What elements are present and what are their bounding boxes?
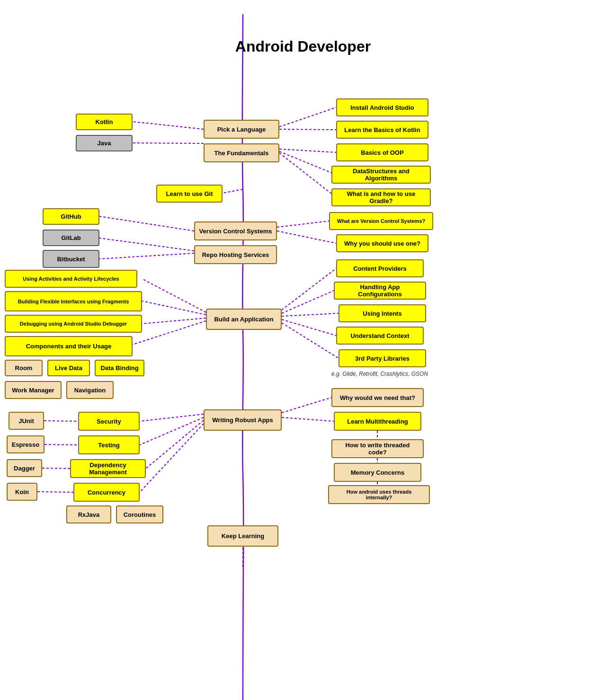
svg-line-10 xyxy=(277,221,329,227)
svg-line-27 xyxy=(282,417,334,421)
svg-line-11 xyxy=(277,231,336,243)
svg-line-13 xyxy=(142,279,206,312)
svg-line-1 xyxy=(133,143,204,143)
node-espresso: Espresso xyxy=(7,435,45,453)
svg-line-22 xyxy=(140,414,204,421)
svg-line-21 xyxy=(282,323,339,358)
node-what_vcs: What are Version Control Systems? xyxy=(329,212,433,230)
svg-line-15 xyxy=(142,318,206,324)
svg-line-16 xyxy=(133,321,206,345)
node-security: Security xyxy=(78,412,140,431)
svg-line-34 xyxy=(37,492,73,492)
node-bitbucket: Bitbucket xyxy=(43,250,99,268)
node-rxjava: RxJava xyxy=(66,505,111,523)
svg-line-26 xyxy=(282,398,331,413)
node-coroutines: Coroutines xyxy=(116,505,163,523)
node-third_party: 3rd Party Libraries xyxy=(339,349,426,367)
node-learn_git: Learn to use Git xyxy=(156,185,223,203)
node-dagger: Dagger xyxy=(7,459,42,477)
node-content_providers: Content Providers xyxy=(336,259,424,277)
svg-line-6 xyxy=(279,153,336,197)
svg-line-19 xyxy=(282,313,339,316)
svg-line-18 xyxy=(282,291,334,313)
node-gitlab: GitLab xyxy=(43,230,99,246)
node-concurrency: Concurrency xyxy=(73,483,140,502)
node-gradle: What is and how to use Gradle? xyxy=(331,188,431,206)
node-why_vcs: Why you should use one? xyxy=(336,234,428,252)
node-live_data: Live Data xyxy=(47,360,90,376)
node-dep_mgmt: Dependency Management xyxy=(70,459,146,478)
svg-line-0 xyxy=(133,122,204,129)
node-learn_kotlin: Learn the Basics of Kotlin xyxy=(336,121,428,139)
svg-line-24 xyxy=(146,420,204,469)
svg-line-8 xyxy=(99,238,194,251)
node-datastructures: DataStructures and Algorithms xyxy=(331,166,431,184)
node-the_fundamentals: The Fundamentals xyxy=(204,143,279,162)
node-android_threads: How android uses threads internally? xyxy=(328,485,430,504)
node-writing_robust: Writing Robust Apps xyxy=(204,409,282,431)
svg-line-3 xyxy=(279,129,336,130)
node-using_activities: Using Activities and Activity Lifecycles xyxy=(5,270,137,288)
svg-line-32 xyxy=(45,444,78,445)
node-memory_concerns: Memory Concerns xyxy=(334,463,421,482)
svg-line-20 xyxy=(282,319,336,336)
node-work_manager: Work Manager xyxy=(5,381,62,399)
node-junit: JUnit xyxy=(9,412,44,430)
svg-line-23 xyxy=(140,417,204,445)
node-debugging: Debugging using Android Studio Debugger xyxy=(5,315,142,333)
node-learn_multithreading: Learn Multithreading xyxy=(334,412,421,431)
node-handling_app: Handling App Configurations xyxy=(334,282,426,300)
node-components: Components and their Usage xyxy=(5,336,133,356)
svg-line-7 xyxy=(99,216,194,231)
node-build_app: Build an Application xyxy=(206,309,282,330)
svg-line-4 xyxy=(279,149,336,152)
node-basics_oop: Basics of OOP xyxy=(336,143,428,161)
node-testing: Testing xyxy=(78,435,140,454)
node-vcs: Version Control Systems xyxy=(194,222,277,240)
node-room: Room xyxy=(5,360,43,376)
node-github: GitHub xyxy=(43,208,99,225)
node-koin: Koin xyxy=(7,483,37,501)
node-using_intents: Using Intents xyxy=(339,304,426,322)
svg-line-9 xyxy=(99,253,194,259)
svg-line-31 xyxy=(44,421,78,421)
node-java: Java xyxy=(76,135,133,151)
svg-line-14 xyxy=(142,301,206,315)
page-title: Android Developer xyxy=(0,0,606,55)
node-why_need: Why would we need that? xyxy=(331,388,424,407)
svg-line-33 xyxy=(42,468,70,469)
node-building_flexible: Building Flexible Interfaces using Fragm… xyxy=(5,291,142,311)
node-threaded_code: How to write threaded code? xyxy=(331,439,424,458)
svg-line-5 xyxy=(279,151,336,175)
svg-line-25 xyxy=(140,424,204,492)
node-pick_language: Pick a Language xyxy=(204,120,279,139)
node-repo_hosting: Repo Hosting Services xyxy=(194,245,277,264)
note-text: e.g. Glide, Retrofit, Crashlytics, GSON xyxy=(331,371,428,377)
node-data_binding: Data Binding xyxy=(95,360,144,376)
node-install_android: Install Android Studio xyxy=(336,98,428,116)
node-navigation: Navigation xyxy=(66,381,114,399)
svg-line-2 xyxy=(279,107,336,127)
node-keep_learning: Keep Learning xyxy=(207,525,278,547)
node-understand_context: Understand Context xyxy=(336,327,424,345)
node-kotlin: Kotlin xyxy=(76,114,133,130)
svg-line-12 xyxy=(223,189,243,193)
svg-line-17 xyxy=(282,268,336,310)
